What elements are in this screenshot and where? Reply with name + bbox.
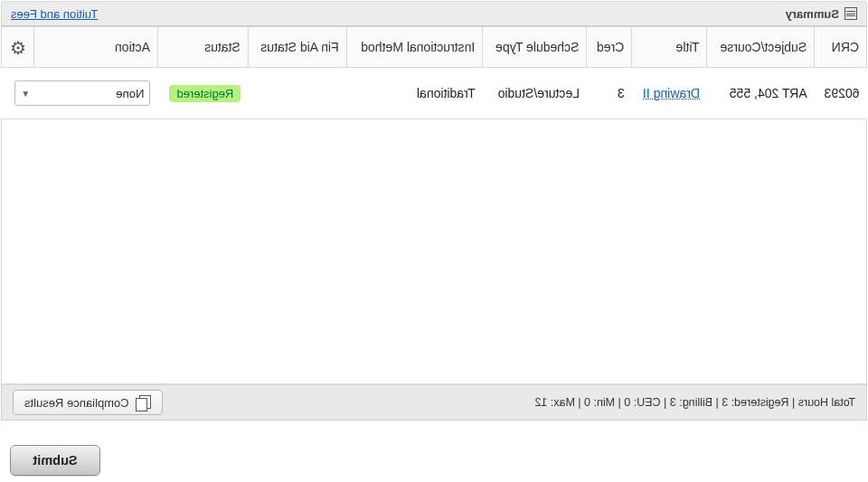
cell-crn: 60293 bbox=[815, 68, 867, 119]
chevron-down-icon: ▼ bbox=[21, 89, 30, 99]
table-row: 60293 ART 204, 555 Drawing II 3 Lecture/… bbox=[2, 68, 867, 119]
status-badge: Registered bbox=[169, 85, 241, 102]
documents-icon bbox=[137, 395, 151, 410]
col-settings: ⚙ bbox=[2, 27, 34, 68]
summary-table: CRN Subject/Course Title Cred Schedule T… bbox=[1, 26, 867, 119]
summary-header: Summary Tuition and Fees bbox=[1, 1, 867, 26]
submit-button[interactable]: Submit bbox=[10, 445, 100, 476]
col-cred: Cred bbox=[587, 27, 632, 68]
col-instructional-method: Instructional Method bbox=[346, 27, 483, 68]
summary-icon bbox=[844, 7, 857, 20]
col-status: Status bbox=[157, 27, 248, 68]
course-title-link[interactable]: Drawing II bbox=[643, 86, 700, 100]
summary-footer: Total Hours | Registered: 3 | Billing: 3… bbox=[1, 384, 867, 421]
compliance-results-label: Compliance Results bbox=[24, 396, 129, 410]
col-title: Title bbox=[632, 27, 707, 68]
cell-title: Drawing II bbox=[632, 68, 707, 119]
total-hours-text: Total Hours | Registered: 3 | Billing: 3… bbox=[534, 396, 855, 409]
action-dropdown-value: None bbox=[116, 87, 144, 100]
cell-action: None ▼ bbox=[2, 68, 158, 119]
col-schedule-type: Schedule Type bbox=[483, 27, 587, 68]
cell-subject: ART 204, 555 bbox=[707, 68, 815, 119]
cell-instructional-method: Traditional bbox=[346, 68, 483, 119]
col-fin-aid: Fin Aid Status bbox=[248, 27, 346, 68]
col-action: Action bbox=[34, 27, 158, 68]
summary-table-empty-area bbox=[1, 119, 867, 384]
summary-table-header-row: CRN Subject/Course Title Cred Schedule T… bbox=[2, 27, 867, 68]
cell-cred: 3 bbox=[587, 68, 632, 119]
gear-icon[interactable]: ⚙ bbox=[10, 37, 26, 59]
cell-status: Registered bbox=[157, 68, 248, 119]
action-dropdown[interactable]: None ▼ bbox=[14, 80, 150, 106]
col-subject: Subject/Course bbox=[707, 27, 815, 68]
compliance-results-button[interactable]: Compliance Results bbox=[13, 390, 163, 415]
cell-fin-aid bbox=[248, 68, 346, 119]
summary-title-group: Summary bbox=[786, 7, 857, 21]
summary-title: Summary bbox=[786, 7, 839, 21]
tuition-and-fees-link[interactable]: Tuition and Fees bbox=[11, 7, 98, 21]
col-crn: CRN bbox=[815, 27, 867, 68]
cell-schedule-type: Lecture/Studio bbox=[483, 68, 587, 119]
